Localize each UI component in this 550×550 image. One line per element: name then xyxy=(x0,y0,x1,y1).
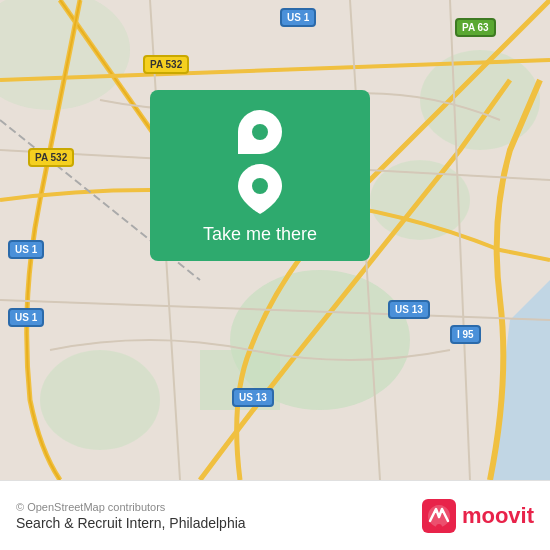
bottom-bar: © OpenStreetMap contributors Search & Re… xyxy=(0,480,550,550)
road-badge-us13-right: US 13 xyxy=(388,300,430,319)
bottom-left-info: © OpenStreetMap contributors Search & Re… xyxy=(16,501,246,531)
copyright-text: © OpenStreetMap contributors xyxy=(16,501,246,513)
moovit-logo[interactable]: moovit xyxy=(422,499,534,533)
road-badge-pa532-mid: PA 532 xyxy=(28,148,74,167)
road-badge-i95: I 95 xyxy=(450,325,481,344)
road-badge-us1-mid2: US 1 xyxy=(8,308,44,327)
road-badge-us1-top: US 1 xyxy=(280,8,316,27)
location-card[interactable]: Take me there xyxy=(150,90,370,261)
location-title: Search & Recruit Intern, Philadelphia xyxy=(16,515,246,531)
pin-icon xyxy=(229,101,291,163)
moovit-icon xyxy=(422,499,456,533)
map-container: US 1 PA 63 PA 532 PA 532 US 1 US 1 US 13… xyxy=(0,0,550,480)
road-badge-us1-mid1: US 1 xyxy=(8,240,44,259)
road-badge-us13-bottom: US 13 xyxy=(232,388,274,407)
moovit-brand-text: moovit xyxy=(462,503,534,529)
road-badge-pa63: PA 63 xyxy=(455,18,496,37)
take-me-there-button[interactable]: Take me there xyxy=(203,224,317,245)
svg-point-4 xyxy=(40,350,160,450)
location-pin xyxy=(238,164,282,214)
road-badge-pa532-top: PA 532 xyxy=(143,55,189,74)
svg-point-16 xyxy=(252,178,268,194)
